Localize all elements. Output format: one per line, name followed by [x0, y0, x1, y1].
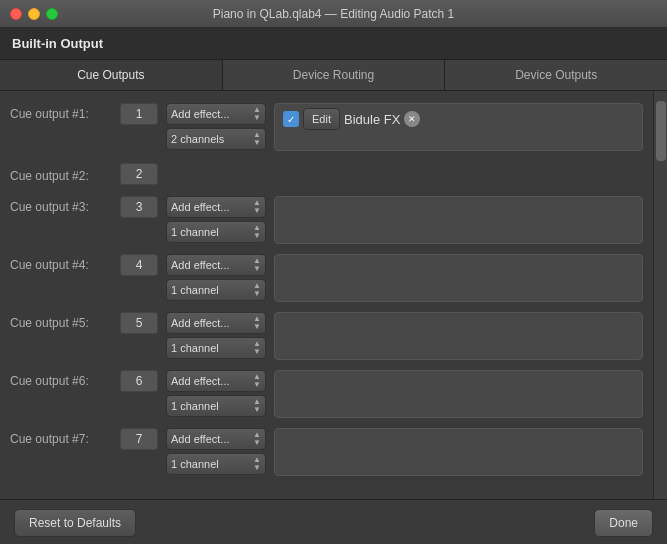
add-effect-dropdown-3[interactable]: Add effect... ▲▼: [166, 196, 266, 218]
bottom-bar: Reset to Defaults Done: [0, 499, 667, 544]
channel-dropdown-6[interactable]: 1 channel ▲▼: [166, 395, 266, 417]
cue-number-3[interactable]: 3: [120, 196, 158, 218]
dropdown-arrow-7b: ▲▼: [253, 456, 261, 472]
effect-container-6: [274, 370, 643, 418]
cue-row-1: Cue output #1: 1 Add effect... ▲▼ 2 chan…: [0, 97, 653, 157]
effect-container-1: ✓ Edit Bidule FX ✕: [274, 103, 643, 151]
add-effect-dropdown-7[interactable]: Add effect... ▲▼: [166, 428, 266, 450]
dropdown-arrow-6: ▲▼: [253, 373, 261, 389]
cue-number-7[interactable]: 7: [120, 428, 158, 450]
dropdown-arrow-4b: ▲▼: [253, 282, 261, 298]
effect-row-1: ✓ Edit Bidule FX ✕: [283, 108, 420, 130]
window-title: Piano in QLab.qlab4 — Editing Audio Patc…: [213, 7, 455, 21]
cue-label-4: Cue output #4:: [10, 254, 120, 272]
cue-number-4[interactable]: 4: [120, 254, 158, 276]
add-effect-dropdown-5[interactable]: Add effect... ▲▼: [166, 312, 266, 334]
effect-container-7: [274, 428, 643, 476]
cue-label-1: Cue output #1:: [10, 103, 120, 121]
add-effect-dropdown-4[interactable]: Add effect... ▲▼: [166, 254, 266, 276]
scrollbar-thumb[interactable]: [656, 101, 666, 161]
effect-container-4: [274, 254, 643, 302]
dropdown-arrow-6b: ▲▼: [253, 398, 261, 414]
maximize-button[interactable]: [46, 8, 58, 20]
effect-remove-button-1[interactable]: ✕: [404, 111, 420, 127]
cue-number-2[interactable]: 2: [120, 163, 158, 185]
effect-name-1: Bidule FX: [344, 112, 400, 127]
dropdown-arrow-1b: ▲▼: [253, 131, 261, 147]
main-content: Cue output #1: 1 Add effect... ▲▼ 2 chan…: [0, 91, 667, 499]
effect-enabled-checkbox-1[interactable]: ✓: [283, 111, 299, 127]
cue-row-3: Cue output #3: 3 Add effect... ▲▼ 1 chan…: [0, 191, 653, 249]
dropdown-arrow-7: ▲▼: [253, 431, 261, 447]
add-effect-dropdown-6[interactable]: Add effect... ▲▼: [166, 370, 266, 392]
dropdown-arrow-3b: ▲▼: [253, 224, 261, 240]
close-button[interactable]: [10, 8, 22, 20]
effect-container-5: [274, 312, 643, 360]
cue-row-6: Cue output #6: 6 Add effect... ▲▼ 1 chan…: [0, 365, 653, 423]
dropdown-arrow-4: ▲▼: [253, 257, 261, 273]
dropdown-arrow-1: ▲▼: [253, 106, 261, 122]
cue-number-1[interactable]: 1: [120, 103, 158, 125]
cue-label-7: Cue output #7:: [10, 428, 120, 446]
title-bar: Piano in QLab.qlab4 — Editing Audio Patc…: [0, 0, 667, 28]
cue-row-7: Cue output #7: 7 Add effect... ▲▼ 1 chan…: [0, 423, 653, 481]
channel-dropdown-7[interactable]: 1 channel ▲▼: [166, 453, 266, 475]
cue-label-6: Cue output #6:: [10, 370, 120, 388]
cue-number-6[interactable]: 6: [120, 370, 158, 392]
effect-container-3: [274, 196, 643, 244]
cue-row-2: Cue output #2: 2: [0, 157, 653, 191]
tab-cue-outputs[interactable]: Cue Outputs: [0, 60, 223, 90]
channel-dropdown-1[interactable]: 2 channels ▲▼: [166, 128, 266, 150]
reset-defaults-button[interactable]: Reset to Defaults: [14, 509, 136, 537]
cue-row-5: Cue output #5: 5 Add effect... ▲▼ 1 chan…: [0, 307, 653, 365]
channel-dropdown-5[interactable]: 1 channel ▲▼: [166, 337, 266, 359]
cue-label-2: Cue output #2:: [10, 165, 120, 183]
traffic-lights: [10, 8, 58, 20]
tab-bar: Cue Outputs Device Routing Device Output…: [0, 60, 667, 91]
cue-row-4: Cue output #4: 4 Add effect... ▲▼ 1 chan…: [0, 249, 653, 307]
dropdown-arrow-5b: ▲▼: [253, 340, 261, 356]
dropdown-arrow-5: ▲▼: [253, 315, 261, 331]
panel-header: Built-in Output: [0, 28, 667, 60]
tab-device-routing[interactable]: Device Routing: [223, 60, 446, 90]
scrollbar-track[interactable]: [653, 91, 667, 499]
dropdown-arrow-3: ▲▼: [253, 199, 261, 215]
content-area: Cue output #1: 1 Add effect... ▲▼ 2 chan…: [0, 91, 653, 499]
panel-header-title: Built-in Output: [12, 36, 103, 51]
channel-dropdown-3[interactable]: 1 channel ▲▼: [166, 221, 266, 243]
effect-edit-button-1[interactable]: Edit: [303, 108, 340, 130]
channel-dropdown-4[interactable]: 1 channel ▲▼: [166, 279, 266, 301]
minimize-button[interactable]: [28, 8, 40, 20]
tab-device-outputs[interactable]: Device Outputs: [445, 60, 667, 90]
cue-number-5[interactable]: 5: [120, 312, 158, 334]
cue-label-3: Cue output #3:: [10, 196, 120, 214]
cue-label-5: Cue output #5:: [10, 312, 120, 330]
done-button[interactable]: Done: [594, 509, 653, 537]
add-effect-dropdown-1[interactable]: Add effect... ▲▼: [166, 103, 266, 125]
